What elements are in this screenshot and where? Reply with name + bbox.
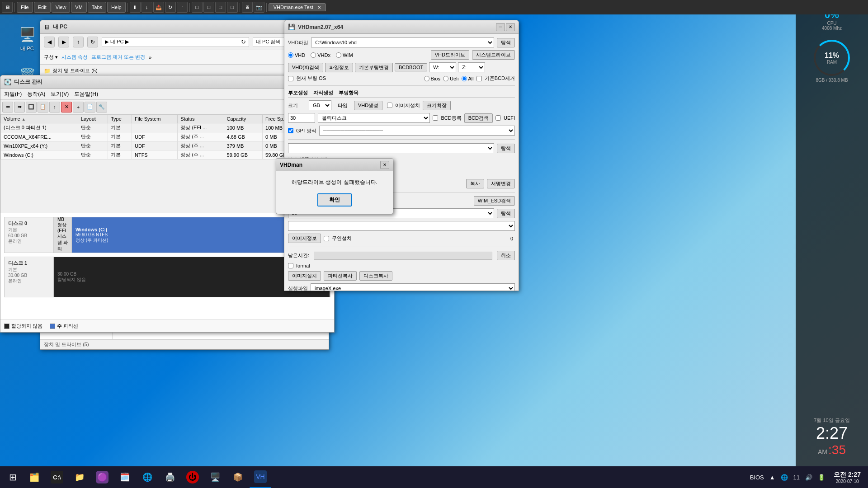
size-input[interactable] (288, 113, 315, 123)
format-checkbox[interactable] (288, 263, 293, 268)
disk-type-select[interactable]: 볼릭디스크 (318, 113, 430, 123)
section-child[interactable]: 자식생성 (313, 89, 333, 96)
back-btn[interactable]: ◀ (44, 37, 55, 47)
copy-target-select[interactable] (288, 143, 494, 153)
taskbar-app5[interactable]: 🖥️ (204, 466, 226, 488)
drive-w-select[interactable]: W: (429, 62, 456, 72)
bcd-reg-checkbox[interactable] (433, 115, 438, 121)
section-boot[interactable]: 부팅항목 (339, 89, 359, 96)
radio-wim[interactable]: WIM (336, 52, 353, 58)
toolbar-btn-5[interactable]: ↑ (49, 102, 60, 113)
bcd-search-btn[interactable]: BCD검색 (464, 113, 493, 123)
uefi-cb[interactable] (495, 115, 501, 121)
refresh-icon[interactable]: ↻ (241, 38, 246, 45)
toolbar-refresh[interactable]: ↻ (165, 2, 176, 13)
col-layout[interactable]: Layout (78, 115, 108, 123)
radio-vhd-input[interactable] (288, 52, 293, 58)
toolbar-snap[interactable]: 📷 (254, 2, 264, 13)
all-radio-input[interactable] (462, 76, 467, 81)
bios-radio-input[interactable] (424, 76, 429, 81)
toolbar-btn-1[interactable]: ⬅ (2, 102, 13, 113)
taskbar-app3[interactable]: 🌐 (137, 466, 158, 488)
gpt-type-select[interactable]: ───────────────── (319, 126, 515, 136)
toolbar-t1[interactable]: □ (192, 2, 203, 13)
drive-z-select[interactable]: Z: (458, 62, 485, 72)
boot-routing-btn[interactable]: 기본부팅변경 (355, 63, 393, 72)
image-install-btn[interactable]: 이미지설치 (288, 271, 321, 281)
show-desktop-btn[interactable] (864, 466, 866, 488)
toolbar-up[interactable]: ↑ (177, 2, 188, 13)
virgo-active-tab[interactable]: VHDman.exe Test ✕ (269, 3, 326, 11)
vhd-file-select[interactable]: C:\Windows10.vhd (311, 38, 494, 47)
taskbar-clock[interactable]: 오전 2:27 2020-07-10 (830, 471, 864, 484)
start-button[interactable]: ⊞ (2, 466, 24, 488)
img-info-btn[interactable]: 이미지정보 (288, 234, 321, 243)
toolbar-t4[interactable]: □ (227, 2, 238, 13)
forward-btn[interactable]: ▶ (58, 37, 69, 47)
taskbar-power[interactable]: ⏻ (182, 466, 203, 488)
menu-view[interactable]: View (52, 2, 71, 13)
taskbar-app2[interactable]: 🗓️ (114, 466, 136, 488)
gpt-checkbox[interactable] (288, 128, 293, 133)
toolbar-btn-3[interactable]: 🔲 (26, 102, 37, 113)
section-parent[interactable]: 부모생성 (288, 89, 308, 96)
bcd-delete-checkbox[interactable] (476, 76, 482, 81)
uninst-label[interactable]: 무인설치 (324, 235, 352, 242)
col-capacity[interactable]: Capacity (224, 115, 263, 123)
partition-copy-btn[interactable]: 파티션복사 (324, 271, 357, 281)
cancel-btn[interactable]: 취소 (497, 251, 515, 260)
ribbon-more[interactable]: » (149, 55, 151, 60)
toolbar-btn-7[interactable]: + (73, 102, 84, 113)
image-install-checkbox[interactable] (387, 103, 392, 108)
dialog-ok-btn[interactable]: 확인 (317, 193, 352, 206)
toolbar-btn-6[interactable]: ✕ (61, 102, 72, 113)
current-boot-checkbox[interactable] (288, 76, 293, 81)
uninst-checkbox[interactable] (324, 236, 329, 241)
bcd-reg-label[interactable]: BCD등록 (433, 115, 461, 122)
ribbon-system-props[interactable]: 시스템 속성 (61, 54, 88, 61)
speaker-icon[interactable]: 🔊 (804, 473, 814, 482)
toolbar-t3[interactable]: □ (215, 2, 226, 13)
menu-file-f[interactable]: 파일(F) (4, 90, 22, 98)
col-volume[interactable]: Volume ▲ (1, 115, 78, 123)
uefi-radio-label[interactable]: Uefi (443, 76, 459, 81)
taskbar-app4[interactable]: 🖨️ (159, 466, 181, 488)
image-install-label[interactable]: 이미지설치 (387, 102, 420, 109)
toolbar-btn-2[interactable]: ➡ (14, 102, 25, 113)
up-btn[interactable]: ↑ (73, 37, 84, 47)
menu-help-h[interactable]: 도움말(H) (74, 90, 98, 98)
menu-help[interactable]: Help (107, 2, 126, 13)
ribbon-uninstall[interactable]: 프로그램 제거 또는 변경 (91, 54, 145, 61)
vhdman-minimize-btn[interactable]: ─ (496, 23, 505, 31)
toolbar-t2[interactable]: □ (203, 2, 214, 13)
bcd-delete-label[interactable]: 기존BCD제거 (476, 75, 515, 82)
ribbon-compose-btn[interactable]: 구성 ▾ (44, 54, 58, 61)
tab-close[interactable]: ✕ (317, 5, 321, 10)
explorer-address-bar[interactable]: ▶ 내 PC ▶ ↻ (102, 37, 249, 47)
vhd-browse-btn[interactable]: 탐색 (497, 38, 515, 47)
vhd-check-btn[interactable]: VHD(X)검색 (288, 63, 323, 72)
uefi-cb-label[interactable]: UEFI (495, 115, 515, 121)
toolbar-dl[interactable]: ↓ (142, 2, 152, 13)
uefi-radio-input[interactable] (443, 76, 448, 81)
battery-icon[interactable]: 🔋 (816, 473, 826, 482)
taskbar-vhd-app[interactable]: VH (250, 466, 271, 488)
backup-select2[interactable] (288, 221, 515, 231)
taskbar-file-explorer[interactable]: 🗂️ (24, 466, 45, 488)
vhd-create-btn[interactable]: VHD생성 (354, 101, 382, 110)
sys-drive-btn[interactable]: 시스템드라이브 (472, 50, 515, 60)
all-radio-label[interactable]: All (462, 76, 474, 81)
dialog-close-btn[interactable]: ✕ (380, 161, 389, 169)
col-status[interactable]: Status (178, 115, 224, 123)
col-type[interactable]: Type (108, 115, 132, 123)
radio-vhd[interactable]: VHD (288, 52, 305, 58)
toolbar-pause[interactable]: ⏸ (130, 2, 141, 13)
toolbar-send[interactable]: 📤 (153, 2, 164, 13)
taskbar-cmd[interactable]: C:\ (46, 466, 68, 488)
file-info-btn[interactable]: 파일정보 (325, 63, 353, 72)
up-arrow[interactable]: ▲ (768, 473, 777, 482)
copy-btn[interactable]: 복사 (466, 179, 484, 188)
radio-vhdx[interactable]: VHDx (311, 52, 330, 58)
backup-browse-btn[interactable]: 탐색 (497, 209, 515, 218)
bios-radio-label[interactable]: Bios (424, 76, 440, 81)
